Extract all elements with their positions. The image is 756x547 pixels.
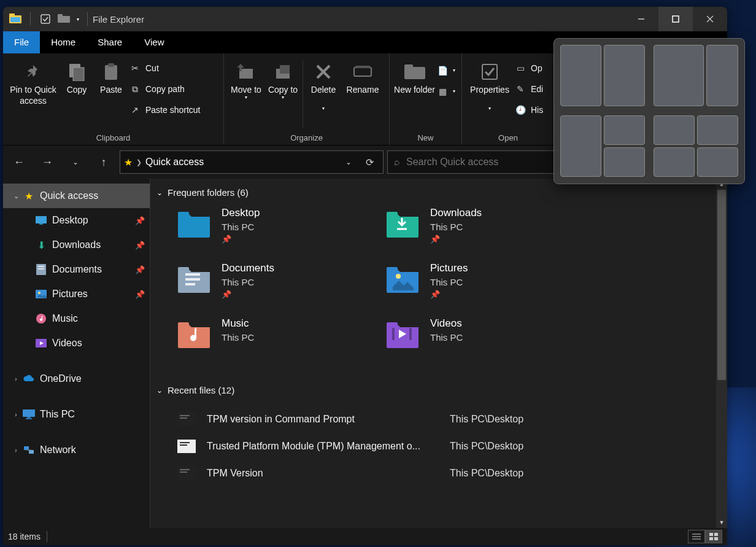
folder-icon [384, 317, 422, 368]
tree-network[interactable]: › Network [3, 438, 150, 462]
file-thumbnail-icon [176, 467, 197, 480]
maximize-button[interactable] [658, 7, 693, 31]
snap-layout-3panel[interactable] [560, 115, 645, 177]
recent-file[interactable]: Trusted Platform Module (TPM) Management… [176, 433, 721, 460]
details-view-button[interactable] [688, 530, 705, 543]
vertical-scrollbar[interactable]: ▲ ▼ [716, 179, 727, 528]
svg-rect-19 [354, 68, 371, 76]
chevron-right-icon[interactable]: › [10, 411, 21, 418]
frequent-folder-documents[interactable]: DocumentsThis PC📌 [175, 260, 384, 315]
svg-rect-51 [177, 413, 196, 426]
recent-file[interactable]: TPM version in Command PromptThis PC\Des… [176, 406, 721, 433]
tab-file[interactable]: File [3, 31, 40, 53]
status-items-count: 18 items [8, 532, 40, 541]
move-to-icon [237, 63, 255, 81]
copy-button[interactable]: Copy [60, 56, 94, 95]
tree-music[interactable]: Music [3, 306, 150, 331]
cloud-icon [21, 374, 36, 383]
file-name: TPM Version [207, 468, 440, 479]
frequent-folder-downloads[interactable]: DownloadsThis PC📌 [384, 204, 592, 260]
snap-layouts-flyout[interactable] [554, 38, 745, 184]
chevron-right-icon[interactable]: › [10, 376, 21, 382]
snap-layout-7030[interactable] [654, 45, 738, 106]
large-icons-view-button[interactable] [705, 530, 722, 543]
chevron-down-icon[interactable]: ⌄ [10, 192, 21, 200]
svg-rect-52 [180, 415, 190, 416]
close-button[interactable] [693, 7, 727, 31]
nav-back-button[interactable]: ← [7, 150, 31, 174]
snap-layout-quad[interactable] [654, 115, 738, 177]
svg-rect-58 [180, 469, 190, 470]
address-dropdown[interactable]: ⌄ [339, 152, 358, 172]
svg-rect-37 [29, 450, 34, 454]
copy-path-button[interactable]: ⧉Copy path [129, 80, 201, 98]
history-button[interactable]: 🕘His [515, 101, 543, 118]
svg-rect-33 [23, 409, 35, 417]
breadcrumb[interactable]: Quick access [145, 157, 335, 168]
svg-rect-41 [178, 267, 189, 272]
section-frequent-folders[interactable]: ⌄ Frequent folders (6) [156, 187, 721, 201]
qat-properties-icon[interactable] [37, 10, 54, 28]
properties-icon [480, 63, 499, 81]
title-separator [87, 12, 88, 26]
tab-view[interactable]: View [133, 31, 175, 53]
nav-up-button[interactable]: ↑ [91, 150, 116, 174]
pin-icon: 📌 [430, 235, 482, 244]
video-icon [34, 339, 48, 347]
move-to-button[interactable]: Move to▾ [228, 56, 264, 102]
scissors-icon: ✂ [129, 63, 141, 73]
tree-videos[interactable]: Videos [3, 331, 150, 355]
minimize-button[interactable] [624, 7, 658, 31]
properties-button[interactable]: Properties▾ [466, 56, 514, 113]
open-button[interactable]: ▭Op [515, 60, 543, 77]
tree-quick-access[interactable]: ⌄ ★ Quick access [3, 184, 150, 208]
tab-home[interactable]: Home [40, 31, 87, 53]
frequent-folder-videos[interactable]: VideosThis PC [384, 315, 592, 370]
pin-icon: 📌 [222, 235, 260, 244]
svg-rect-42 [185, 273, 200, 276]
tree-documents[interactable]: Documents 📌 [3, 257, 150, 282]
refresh-button[interactable]: ⟳ [360, 152, 379, 172]
nav-recent-dropdown[interactable]: ⌄ [63, 150, 88, 174]
paste-shortcut-button[interactable]: ↗Paste shortcut [129, 101, 201, 118]
svg-rect-34 [27, 417, 31, 418]
snap-layout-2col[interactable] [560, 45, 645, 106]
delete-button[interactable]: Delete▾ [304, 56, 342, 113]
tab-share[interactable]: Share [87, 31, 133, 53]
star-icon: ★ [21, 190, 36, 202]
history-icon: 🕘 [515, 105, 526, 115]
edit-button[interactable]: ✎Edi [515, 80, 543, 98]
svg-rect-36 [24, 446, 29, 450]
new-item-dropdown[interactable]: 📄▾ [437, 62, 455, 79]
frequent-folder-music[interactable]: MusicThis PC [175, 315, 384, 370]
content-pane: ⌄ Frequent folders (6) DesktopThis PC📌Do… [150, 179, 727, 528]
paste-button[interactable]: Paste [94, 56, 128, 95]
pin-to-quick-access-button[interactable]: Pin to Quick access [7, 56, 60, 106]
qat-newfolder-icon[interactable] [55, 10, 72, 28]
tree-desktop[interactable]: Desktop 📌 [3, 208, 150, 233]
tree-downloads[interactable]: ⬇ Downloads 📌 [3, 233, 150, 257]
svg-rect-20 [355, 66, 370, 68]
tree-this-pc[interactable]: › This PC [3, 402, 150, 427]
svg-rect-12 [105, 65, 117, 80]
new-folder-button[interactable]: New folder [393, 56, 436, 95]
rename-button[interactable]: Rename [342, 56, 383, 95]
nav-forward-button[interactable]: → [35, 150, 60, 174]
qat-customize-dropdown[interactable]: ▼ [74, 17, 82, 21]
frequent-folder-pictures[interactable]: PicturesThis PC📌 [384, 260, 592, 315]
explorer-app-icon[interactable] [7, 10, 24, 28]
easy-access-dropdown[interactable]: ▦▾ [437, 83, 455, 100]
section-recent-files[interactable]: ⌄ Recent files (12) [156, 385, 721, 398]
chevron-right-icon[interactable]: › [10, 447, 21, 454]
tree-pictures[interactable]: Pictures 📌 [3, 282, 150, 306]
copy-to-button[interactable]: Copy to▾ [264, 56, 301, 102]
recent-file[interactable]: TPM VersionThis PC\Desktop [176, 460, 721, 487]
tree-onedrive[interactable]: › OneDrive [3, 367, 150, 391]
svg-rect-5 [58, 14, 63, 17]
frequent-folder-desktop[interactable]: DesktopThis PC📌 [175, 204, 384, 260]
scroll-down-arrow[interactable]: ▼ [716, 517, 727, 528]
address-bar[interactable]: ★ ❯ Quick access ⌄ ⟳ [120, 150, 384, 174]
cut-button[interactable]: ✂Cut [129, 60, 201, 77]
scroll-thumb[interactable] [717, 190, 726, 380]
monitor-icon [21, 409, 36, 419]
